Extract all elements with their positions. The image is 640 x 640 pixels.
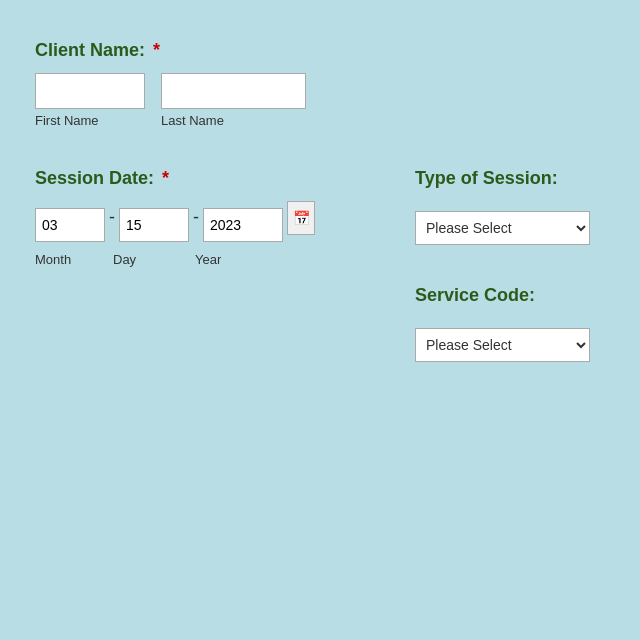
date-inputs-row: - - 📅 (35, 201, 415, 248)
month-field (35, 208, 105, 242)
last-name-field: Last Name (161, 73, 306, 128)
page-container: Client Name: * First Name Last Name Sess… (0, 0, 640, 640)
type-of-session-section: Type of Session: Please Select Individua… (415, 168, 605, 245)
session-date-text: Session Date: (35, 168, 154, 188)
date-sublabels: Month Day Year (35, 252, 415, 267)
month-input[interactable] (35, 208, 105, 242)
first-name-sublabel: First Name (35, 113, 145, 128)
day-field (119, 208, 189, 242)
last-name-input[interactable] (161, 73, 306, 109)
client-name-text: Client Name: (35, 40, 145, 60)
service-code-select[interactable]: Please Select (415, 328, 590, 362)
client-name-label: Client Name: * (35, 40, 605, 61)
left-column: Session Date: * - - 📅 (35, 168, 415, 362)
calendar-icon-button[interactable]: 📅 (287, 201, 315, 235)
service-code-section: Service Code: Please Select (415, 285, 605, 362)
first-name-input[interactable] (35, 73, 145, 109)
right-column: Type of Session: Please Select Individua… (415, 168, 605, 362)
first-name-field: First Name (35, 73, 145, 128)
session-date-section: Session Date: * - - 📅 (35, 168, 415, 267)
client-name-section: Client Name: * First Name Last Name (35, 40, 605, 128)
service-code-label: Service Code: (415, 285, 605, 306)
calendar-icon: 📅 (293, 210, 310, 226)
year-input[interactable] (203, 208, 283, 242)
day-input[interactable] (119, 208, 189, 242)
month-sublabel: Month (35, 252, 105, 267)
day-sublabel: Day (105, 252, 187, 267)
type-session-select[interactable]: Please Select Individual Group Family Co… (415, 211, 590, 245)
name-inputs-row: First Name Last Name (35, 73, 605, 128)
session-date-required-star: * (162, 168, 169, 188)
client-name-required-star: * (153, 40, 160, 60)
last-name-sublabel: Last Name (161, 113, 306, 128)
session-date-label: Session Date: * (35, 168, 415, 189)
date-separator-1: - (109, 207, 115, 248)
type-session-label: Type of Session: (415, 168, 605, 189)
year-sublabel: Year (187, 252, 267, 267)
year-field (203, 208, 283, 242)
date-separator-2: - (193, 207, 199, 248)
session-row: Session Date: * - - 📅 (35, 168, 605, 362)
